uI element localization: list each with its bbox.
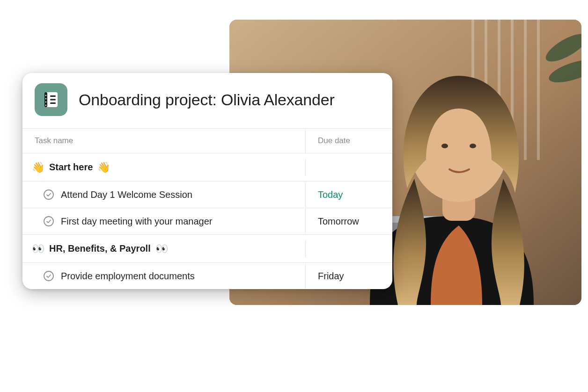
svg-point-19 [45, 95, 46, 96]
stage: Onboarding project: Olivia Alexander Tas… [0, 0, 588, 392]
eyes-icon: 👀 [32, 244, 44, 254]
column-task-name: Task name [22, 129, 305, 153]
task-due: Tomorrow [305, 209, 392, 234]
wave-icon: 👋 [97, 162, 110, 173]
section-title-text: HR, Benefits, & Payroll [49, 243, 151, 254]
section-due-empty [305, 159, 392, 176]
card-header: Onboarding project: Olivia Alexander [22, 73, 392, 128]
section-title: 👀 HR, Benefits, & Payroll 👀 [22, 235, 305, 262]
onboarding-card: Onboarding project: Olivia Alexander Tas… [22, 73, 392, 289]
section-row[interactable]: 👋 Start here 👋 [22, 153, 392, 181]
section-due-empty [305, 240, 392, 257]
svg-point-23 [44, 190, 53, 199]
svg-point-22 [45, 105, 46, 106]
svg-rect-16 [50, 95, 56, 97]
check-circle-icon[interactable] [43, 216, 54, 227]
wave-icon: 👋 [32, 162, 44, 173]
svg-point-20 [45, 98, 46, 99]
task-name: Attend Day 1 Welcome Session [61, 189, 192, 200]
check-circle-icon[interactable] [43, 270, 54, 282]
task-row[interactable]: Provide employment documents Friday [22, 262, 392, 289]
notebook-list-icon [35, 83, 67, 116]
column-headers: Task name Due date [22, 128, 392, 153]
section-row[interactable]: 👀 HR, Benefits, & Payroll 👀 [22, 234, 392, 262]
column-due-date: Due date [305, 129, 392, 153]
task-name: First day meeting with your manager [61, 216, 212, 227]
section-title-text: Start here [49, 162, 93, 173]
task-row[interactable]: Attend Day 1 Welcome Session Today [22, 181, 392, 208]
eyes-icon: 👀 [155, 244, 168, 254]
section-title: 👋 Start here 👋 [22, 153, 305, 181]
svg-point-24 [44, 217, 53, 226]
task-name: Provide employment documents [61, 271, 195, 282]
svg-rect-17 [50, 99, 56, 101]
task-due: Friday [305, 263, 392, 289]
task-due: Today [305, 182, 392, 208]
svg-point-25 [44, 271, 53, 281]
task-row[interactable]: First day meeting with your manager Tomo… [22, 208, 392, 234]
project-title: Onboarding project: Olivia Alexander [79, 91, 335, 109]
svg-point-13 [470, 144, 476, 148]
svg-rect-18 [50, 102, 56, 104]
svg-point-21 [45, 102, 46, 102]
check-circle-icon[interactable] [43, 189, 54, 200]
svg-point-12 [441, 144, 448, 148]
